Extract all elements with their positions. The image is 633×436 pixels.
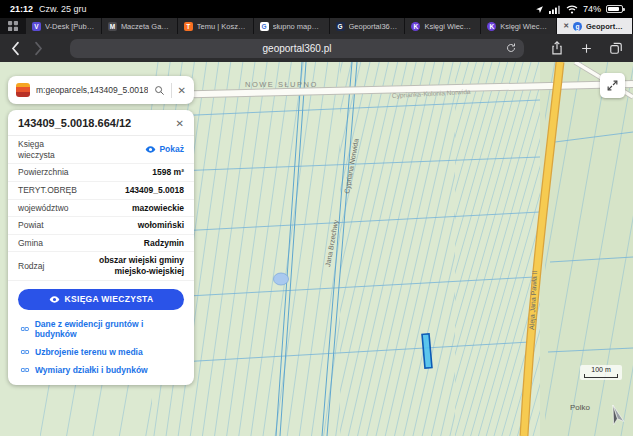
expand-icon (606, 79, 619, 92)
scale-bracket (584, 374, 618, 378)
map-scale: 100 m (580, 365, 622, 380)
pond (274, 273, 289, 285)
tab-bar: VV-Desk [Pub… MMaczeta Ga… TTemu | Kosz…… (0, 18, 633, 34)
battery-icon (606, 5, 623, 13)
link-wymiary[interactable]: Wymiary działki i budynków (8, 361, 194, 379)
tab-favicon: K (487, 22, 496, 31)
tabs-overview-icon[interactable] (609, 41, 623, 55)
search-card[interactable]: m:geoparcels,143409_5.0018.664/12 ✕ (8, 76, 194, 104)
row-powierzchnia: Powierzchnia 1598 m² (8, 164, 194, 182)
tab-temu[interactable]: TTemu | Kosz… (178, 18, 254, 34)
tab-favicon: V (32, 22, 41, 31)
tab-geoportal-active[interactable]: ✕gGeoport… (557, 18, 633, 34)
close-tab-icon[interactable]: ✕ (563, 22, 569, 30)
location-arrow-icon (535, 5, 544, 14)
row-powiat: Powiat wołomiński (8, 217, 194, 235)
cellular-signal-icon (549, 5, 561, 14)
pokaz-link[interactable]: Pokaż (145, 144, 184, 155)
divider (171, 83, 172, 98)
row-teryt: TERYT.OBRĘB 143409_5.0018 (8, 182, 194, 200)
scale-label: 100 m (591, 366, 610, 373)
clock: 21:12 (10, 4, 33, 14)
tab-ksiegi-2[interactable]: KKsięgi Wiec… (481, 18, 557, 34)
reload-icon[interactable] (505, 42, 517, 56)
eye-icon (49, 294, 60, 305)
status-bar: 21:12 Czw. 25 gru 74% (0, 0, 633, 18)
cadastral-map[interactable]: NOWE SŁUPNO Cyprianka-Kolonia Norwida Ja… (0, 62, 633, 436)
parcel-info-card: 143409_5.0018.664/12 ✕ Księga wieczysta … (8, 110, 194, 385)
ipad-screen: 21:12 Czw. 25 gru 74% VV-Desk [Pub… MMac… (0, 0, 633, 436)
ksiega-wieczysta-button[interactable]: KSIĘGA WIECZYSTA (18, 289, 184, 310)
share-icon[interactable] (550, 40, 564, 56)
row-gmina: Gmina Radzymin (8, 235, 194, 253)
parcel-id-title: 143409_5.0018.664/12 (18, 117, 131, 129)
tab-ksiegi-1[interactable]: KKsięgi Wiecz… (405, 18, 481, 34)
row-wojewodztwo: województwo mazowieckie (8, 200, 194, 218)
link-ewidencja[interactable]: Dane z ewidencji gruntów i budynków (8, 315, 194, 343)
tab-favicon: G (336, 22, 345, 31)
tab-favicon: K (411, 22, 420, 31)
url-text: geoportal360.pl (263, 43, 332, 54)
fullscreen-button[interactable] (600, 73, 625, 98)
compass-button[interactable] (607, 403, 625, 430)
map-label-area: NOWE SŁUPNO (245, 80, 318, 89)
eye-icon (145, 144, 156, 155)
back-button[interactable] (10, 41, 21, 56)
geoportal-logo (16, 83, 30, 97)
link-icon (20, 365, 30, 375)
browser-toolbar: geoportal360.pl (0, 34, 633, 62)
tab-favicon: G (260, 22, 269, 31)
close-panel-icon[interactable]: ✕ (176, 118, 184, 129)
clear-search-icon[interactable]: ✕ (178, 85, 186, 96)
forward-button[interactable] (33, 41, 44, 56)
link-icon (20, 324, 30, 334)
link-icon (20, 347, 30, 357)
tab-favicon: g (573, 22, 582, 31)
map-label-place: Polko (570, 403, 591, 412)
new-tab-icon[interactable] (580, 42, 593, 55)
tab-overview-icon[interactable] (0, 18, 26, 34)
tab-vdesk[interactable]: VV-Desk [Pub… (26, 18, 102, 34)
tab-favicon: T (184, 22, 193, 31)
tab-maczeta[interactable]: MMaczeta Ga… (102, 18, 178, 34)
tab-geoportal360[interactable]: GGeoportal36… (330, 18, 406, 34)
tab-slupno-map[interactable]: Gsłupno map… (254, 18, 330, 34)
row-ksiega-wieczysta: Księga wieczysta Pokaż (8, 136, 194, 164)
battery-percent: 74% (583, 4, 601, 14)
address-bar[interactable]: geoportal360.pl (70, 39, 524, 58)
date: Czw. 25 gru (39, 4, 87, 14)
compass-needle-icon (607, 403, 625, 426)
row-rodzaj: Rodzaj obszar wiejski gminy miejsko-wiej… (8, 252, 194, 280)
search-input[interactable]: m:geoparcels,143409_5.0018.664/12 (36, 85, 148, 95)
link-uzbrojenie[interactable]: Uzbrojenie terenu w media (8, 343, 194, 361)
search-icon[interactable] (154, 85, 165, 96)
wifi-icon (566, 5, 578, 14)
tab-favicon: M (108, 22, 117, 31)
